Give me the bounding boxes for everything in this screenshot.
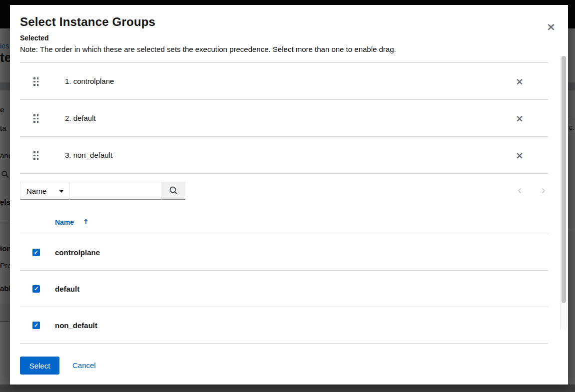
cancel-button[interactable]: Cancel	[72, 357, 96, 375]
remove-icon[interactable]: ×	[513, 111, 527, 125]
chevron-right-icon	[540, 187, 547, 194]
drag-handle-icon[interactable]	[33, 77, 40, 86]
search-icon	[169, 186, 178, 195]
scrollbar-track[interactable]	[560, 56, 567, 330]
table-header: Name ↑	[20, 217, 548, 234]
selected-section-label: Selected	[20, 34, 49, 42]
row-checkbox-checked[interactable]: ✓	[32, 249, 40, 256]
sort-ascending-icon[interactable]: ↑	[83, 218, 89, 226]
search-button[interactable]	[162, 182, 185, 200]
filter-key-label: Name	[26, 187, 46, 195]
column-header-name[interactable]: Name	[55, 218, 74, 226]
table-row-label: default	[55, 285, 79, 293]
select-button[interactable]: Select	[20, 357, 59, 375]
precedence-note: Note: The order in which these are selec…	[20, 45, 396, 53]
selected-row-default: 2. default ×	[20, 100, 548, 137]
table-row-label: controlplane	[55, 248, 100, 257]
filter-key-dropdown[interactable]: Name	[20, 182, 69, 200]
selected-row-label: 1. controlplane	[65, 77, 114, 85]
row-checkbox-checked[interactable]: ✓	[32, 322, 40, 329]
selected-row-controlplane: 1. controlplane ×	[20, 63, 548, 100]
search-input[interactable]	[69, 182, 162, 200]
pagination	[509, 182, 559, 200]
remove-icon[interactable]: ×	[513, 74, 527, 88]
table-row-controlplane: ✓ controlplane	[20, 234, 548, 271]
next-page-button[interactable]	[533, 182, 555, 200]
instance-groups-table: ✓ controlplane ✓ default ✓ non_default	[20, 234, 548, 344]
row-checkbox-checked[interactable]: ✓	[32, 285, 40, 293]
selected-row-label: 3. non_default	[65, 151, 112, 159]
chevron-down-icon	[59, 190, 63, 193]
remove-icon[interactable]: ×	[513, 148, 527, 162]
table-row-default: ✓ default	[20, 271, 548, 307]
close-icon[interactable]: ×	[544, 20, 558, 34]
previous-page-button[interactable]	[509, 182, 531, 200]
selected-row-label: 2. default	[65, 114, 96, 122]
table-row-non-default: ✓ non_default	[20, 307, 548, 344]
selected-row-non-default: 3. non_default ×	[20, 137, 548, 174]
select-instance-groups-modal: Select Instance Groups × Selected Note: …	[10, 5, 568, 385]
selected-instance-groups-list: 1. controlplane × 2. default × 3. non_de…	[20, 62, 548, 174]
table-row-label: non_default	[55, 321, 97, 330]
drag-handle-icon[interactable]	[33, 151, 40, 160]
chevron-left-icon	[516, 187, 523, 194]
modal-title: Select Instance Groups	[20, 15, 155, 29]
scrollbar-thumb[interactable]	[562, 56, 566, 303]
drag-handle-icon[interactable]	[33, 114, 40, 123]
